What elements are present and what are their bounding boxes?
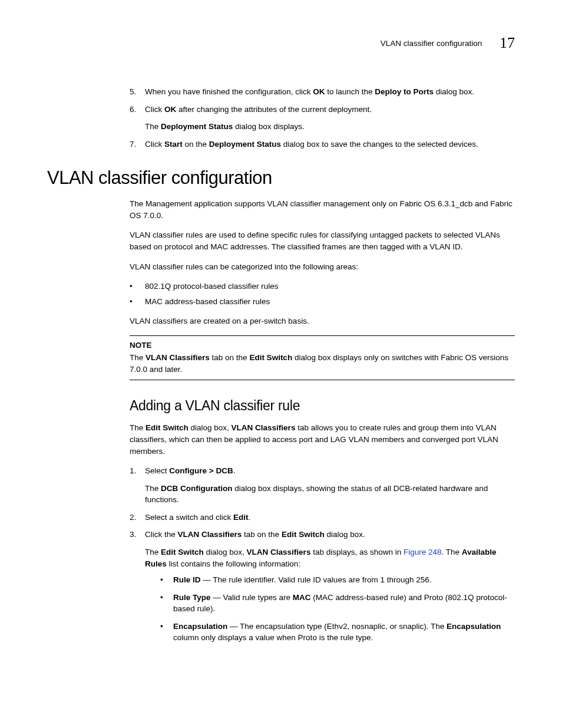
text-run: The: [130, 353, 146, 362]
ordered-steps-top: 5.When you have finished the configurati…: [130, 86, 515, 150]
text-run: list contains the following information:: [167, 559, 300, 568]
text-run: Select: [145, 466, 169, 475]
list-item: 2.Select a switch and click Edit.: [130, 512, 515, 523]
text-run: tab on the: [210, 353, 250, 362]
text-run: dialog box to save the changes to the se…: [281, 140, 478, 149]
step-number: 2.: [130, 512, 145, 523]
text-run: When you have finished the configuration…: [145, 87, 313, 96]
text-run: tab displays, as shown in: [310, 548, 404, 556]
step-number: 6.: [130, 104, 145, 133]
bullet-text: 802.1Q protocol-based classifier rules: [145, 281, 515, 292]
list-item: 5.When you have finished the configurati…: [130, 86, 515, 98]
bullet-icon: •: [160, 621, 173, 644]
bold-text: Deploy to Ports: [375, 87, 434, 96]
subsection-heading: Adding a VLAN classifier rule: [130, 398, 515, 414]
ordered-steps-bottom: 1.Select Configure > DCB.The DCB Configu…: [130, 465, 515, 650]
step-number: 7.: [130, 139, 145, 150]
step-subtext: The Edit Switch dialog box, VLAN Classif…: [145, 546, 515, 569]
bold-text: Deployment Status: [209, 140, 281, 149]
note-body: The VLAN Classifiers tab on the Edit Swi…: [130, 352, 515, 375]
list-item: 6.Click OK after changing the attributes…: [130, 104, 515, 133]
page: VLAN classifier configuration 17 5.When …: [0, 0, 562, 728]
bold-text: Rule ID: [173, 575, 201, 584]
cross-reference[interactable]: Figure 248: [404, 548, 442, 556]
paragraph: The Edit Switch dialog box, VLAN Classif…: [130, 422, 515, 457]
step-number: 5.: [130, 86, 145, 98]
step-text: Click Start on the Deployment Status dia…: [145, 139, 515, 150]
bullet-list: •802.1Q protocol-based classifier rules•…: [130, 281, 515, 307]
step-number: 1.: [130, 465, 145, 506]
text-run: dialog box.: [434, 87, 474, 96]
bullet-icon: •: [130, 296, 145, 308]
text-run: .: [249, 513, 251, 522]
text-run: — The encapsulation type (Ethv2, nosnapl…: [227, 622, 447, 631]
section-body: The Management application supports VLAN…: [130, 198, 515, 650]
text-run: column only displays a value when Proto …: [173, 633, 373, 642]
note-block: NOTE The VLAN Classifiers tab on the Edi…: [130, 335, 515, 381]
bold-text: Start: [164, 140, 183, 149]
text-run: Select a switch and click: [145, 513, 233, 522]
text-run: . The: [442, 548, 462, 556]
section-heading: VLAN classifier configuration: [47, 167, 515, 189]
paragraph: The Management application supports VLAN…: [130, 198, 515, 221]
bold-text: OK: [164, 105, 176, 114]
list-item: •MAC address-based classifier rules: [130, 296, 515, 308]
step-body: Click OK after changing the attributes o…: [145, 104, 515, 133]
bullet-text: MAC address-based classifier rules: [145, 296, 515, 308]
running-title: VLAN classifier configuration: [381, 39, 482, 48]
text-run: The: [145, 548, 161, 556]
bold-text: Edit: [233, 513, 249, 522]
text-run: Click: [145, 140, 164, 149]
step-text: Click OK after changing the attributes o…: [145, 104, 515, 116]
list-item: 1.Select Configure > DCB.The DCB Configu…: [130, 465, 515, 506]
bold-text: VLAN Classifiers: [247, 548, 311, 556]
list-item: •Encapsulation — The encapsulation type …: [160, 621, 515, 644]
bold-text: VLAN Classifiers: [178, 530, 242, 539]
bold-text: OK: [313, 87, 325, 96]
step-body: Click Start on the Deployment Status dia…: [145, 139, 515, 150]
bold-text: Configure > DCB: [169, 466, 233, 475]
chapter-number: 17: [500, 34, 515, 51]
text-run: dialog box displays.: [233, 122, 305, 131]
bold-text: VLAN Classifiers: [232, 423, 296, 432]
list-item: •Rule ID — The rule identifier. Valid ru…: [160, 574, 515, 586]
step-body: When you have finished the configuration…: [145, 86, 515, 98]
list-item: 7.Click Start on the Deployment Status d…: [130, 139, 515, 150]
note-label: NOTE: [130, 340, 515, 351]
bullet-icon: •: [160, 574, 173, 586]
bold-text: Edit Switch: [161, 548, 204, 556]
bullet-text: Rule ID — The rule identifier. Valid rul…: [173, 574, 515, 586]
bold-text: Edit Switch: [282, 530, 325, 539]
bold-text: Edit Switch: [146, 423, 189, 432]
paragraph: VLAN classifier rules can be categorized…: [130, 261, 515, 273]
bold-text: Deployment Status: [161, 122, 233, 131]
bullet-text: Rule Type — Valid rule types are MAC (MA…: [173, 592, 515, 615]
text-run: dialog box,: [189, 423, 232, 432]
text-run: The: [145, 122, 161, 131]
text-run: to launch the: [325, 87, 375, 96]
text-run: after changing the attributes of the cur…: [176, 105, 372, 114]
step-number: 3.: [130, 529, 145, 650]
step-text: Select Configure > DCB.: [145, 465, 515, 477]
list-item: 3.Click the VLAN Classifiers tab on the …: [130, 529, 515, 650]
bold-text: Encapsulation: [173, 622, 227, 631]
text-run: tab on the: [242, 530, 282, 539]
text-run: The: [145, 484, 161, 493]
step-body: Select a switch and click Edit.: [145, 512, 515, 523]
text-run: on the: [183, 140, 209, 149]
bullet-icon: •: [130, 281, 145, 292]
text-run: dialog box.: [325, 530, 365, 539]
step-text: Select a switch and click Edit.: [145, 512, 515, 523]
text-run: — Valid rule types are: [211, 593, 293, 602]
bold-text: DCB Configuration: [161, 484, 232, 493]
text-run: — The rule identifier. Valid rule ID val…: [201, 575, 432, 584]
bold-text: Encapsulation: [447, 622, 501, 631]
step-body: Click the VLAN Classifiers tab on the Ed…: [145, 529, 515, 650]
bold-text: MAC: [293, 593, 311, 602]
content-area: 5.When you have finished the configurati…: [130, 86, 515, 150]
list-item: •Rule Type — Valid rule types are MAC (M…: [160, 592, 515, 615]
step-subtext: The Deployment Status dialog box display…: [145, 121, 515, 133]
text-run: Click: [145, 105, 164, 114]
bullet-text: Encapsulation — The encapsulation type (…: [173, 621, 515, 644]
step-body: Select Configure > DCB.The DCB Configura…: [145, 465, 515, 506]
